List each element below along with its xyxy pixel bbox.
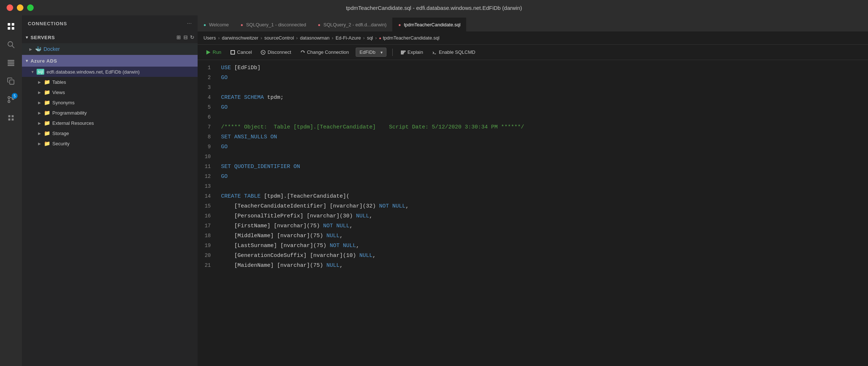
connection-item[interactable]: ▼ sql edfi.database.windows.net, EdFiDb … — [22, 67, 198, 77]
line-number: 4 — [198, 93, 218, 102]
line-content[interactable]: [FirstName] [nvarchar](75) NOT NULL, — [218, 221, 868, 231]
sidebar-item-extensions[interactable] — [3, 110, 19, 126]
breadcrumb-sourcecontrol[interactable]: sourceControl — [264, 35, 294, 41]
sidebar-item-git[interactable]: 5 — [3, 92, 19, 108]
storage-item[interactable]: ▶ 📁 Storage — [22, 128, 198, 138]
sidebar-item-connections[interactable] — [3, 18, 19, 34]
tab-bar: ● Welcome ● SQLQuery_1 - disconnected ● … — [198, 15, 868, 31]
database-select[interactable]: EdFiDb — [356, 48, 386, 57]
servers-section-header[interactable]: ▼ SERVERS ⊞ ⊟ ↻ — [22, 31, 198, 43]
breadcrumb-users[interactable]: Users — [203, 35, 216, 41]
line-content[interactable]: GO — [218, 142, 868, 152]
line-content[interactable]: CREATE SCHEMA tpdm; — [218, 93, 868, 102]
code-line-20: 20 [GenerationCodeSuffix] [nvarchar](10)… — [198, 251, 868, 261]
docker-server-item[interactable]: ▶ 🐳 Docker — [22, 43, 198, 55]
programmability-item[interactable]: ▶ 📁 Programmability — [22, 108, 198, 118]
sidebar-item-copy[interactable] — [3, 73, 19, 89]
welcome-tab-icon: ● — [203, 22, 206, 27]
change-connection-button[interactable]: Change Connection — [298, 48, 351, 56]
line-content[interactable]: [LastSurname] [nvarchar](75) NOT NULL, — [218, 241, 868, 251]
line-number: 8 — [198, 132, 218, 142]
minimize-button[interactable] — [17, 4, 23, 11]
sidebar-item-search[interactable] — [3, 37, 19, 53]
line-content[interactable] — [218, 113, 868, 122]
code-editor[interactable]: 1USE [EdFiDb]2GO3 4CREATE SCHEMA tpdm;5G… — [198, 60, 868, 366]
line-number: 14 — [198, 191, 218, 201]
line-content[interactable] — [218, 182, 868, 191]
run-button[interactable]: Run — [203, 48, 224, 56]
sidebar-actions: ··· — [187, 20, 192, 27]
sidebar-content: ▼ SERVERS ⊞ ⊟ ↻ ▶ 🐳 Docker ▼ Azure ADS — [22, 31, 198, 366]
tab-tpdm[interactable]: ● tpdmTeacherCandidate.sql — [392, 18, 466, 31]
line-number: 18 — [198, 231, 218, 240]
close-button[interactable] — [7, 4, 13, 11]
line-number: 20 — [198, 251, 218, 260]
tab-sqlquery1[interactable]: ● SQLQuery_1 - disconnected — [235, 18, 312, 31]
sidebar-item-tables[interactable] — [3, 55, 19, 71]
more-actions-button[interactable]: ··· — [187, 20, 192, 27]
disconnect-label: Disconnect — [267, 49, 291, 55]
breadcrumb: Users › darwinschweitzer › sourceControl… — [198, 31, 868, 45]
svg-marker-15 — [206, 50, 210, 55]
svg-rect-21 — [401, 53, 403, 54]
tab-welcome[interactable]: ● Welcome — [198, 18, 235, 31]
sqlquery1-tab-icon: ● — [240, 22, 243, 27]
line-content[interactable]: [MiddleName] [nvarchar](75) NULL, — [218, 231, 868, 241]
line-number: 11 — [198, 162, 218, 171]
disconnect-server-icon[interactable]: ⊟ — [183, 34, 188, 40]
git-badge: 5 — [12, 93, 18, 99]
line-content[interactable]: /***** Object: Table [tpdm].[TeacherCand… — [218, 123, 868, 132]
line-content[interactable]: GO — [218, 172, 868, 182]
explain-button[interactable]: Explain — [399, 48, 426, 56]
breadcrumb-sql[interactable]: sql — [367, 35, 373, 41]
svg-point-11 — [8, 97, 10, 99]
add-server-icon[interactable]: ⊞ — [176, 34, 181, 40]
code-line-2: 2GO — [198, 73, 868, 83]
line-content[interactable]: [TeacherCandidateIdentifier] [nvarchar](… — [218, 202, 868, 211]
line-number: 10 — [198, 152, 218, 161]
cancel-icon — [230, 50, 235, 55]
line-content[interactable]: SET ANSI_NULLS ON — [218, 132, 868, 142]
line-content[interactable]: CREATE TABLE [tpdm].[TeacherCandidate]( — [218, 192, 868, 201]
breadcrumb-edfi[interactable]: Ed-Fi-Azure — [336, 35, 361, 41]
window-controls — [7, 4, 34, 11]
views-item[interactable]: ▶ 📁 Views — [22, 87, 198, 97]
tab-sqlquery2[interactable]: ● SQLQuery_2 - edfi.d...darwin) — [312, 18, 393, 31]
cancel-button[interactable]: Cancel — [228, 48, 254, 56]
explain-icon — [401, 50, 406, 55]
sidebar: CONNECTIONS ··· ▼ SERVERS ⊞ ⊟ ↻ ▶ 🐳 Dock… — [22, 15, 198, 366]
line-number: 1 — [198, 63, 218, 72]
maximize-button[interactable] — [27, 4, 34, 11]
line-content[interactable]: [PersonalTitlePrefix] [nvarchar](30) NUL… — [218, 212, 868, 221]
tables-item[interactable]: ▶ 📁 Tables — [22, 77, 198, 87]
code-line-9: 9GO — [198, 142, 868, 152]
tab-tpdm-label: tpdmTeacherCandidate.sql — [404, 22, 461, 27]
security-item[interactable]: ▶ 📁 Security — [22, 138, 198, 149]
line-number: 9 — [198, 142, 218, 152]
change-connection-icon — [300, 50, 305, 55]
line-content[interactable]: [GenerationCodeSuffix] [nvarchar](10) NU… — [218, 251, 868, 261]
line-content[interactable]: USE [EdFiDb] — [218, 63, 868, 73]
line-content[interactable]: [MaidenName] [nvarchar](75) NULL, — [218, 261, 868, 270]
line-content[interactable]: SET QUOTED_IDENTIFIER ON — [218, 162, 868, 172]
code-line-13: 13 — [198, 182, 868, 191]
line-number: 16 — [198, 211, 218, 221]
refresh-server-icon[interactable]: ↻ — [190, 34, 195, 40]
disconnect-button[interactable]: Disconnect — [258, 48, 293, 56]
external-resources-item[interactable]: ▶ 📁 External Resources — [22, 118, 198, 128]
line-content[interactable]: GO — [218, 73, 868, 83]
storage-folder-icon: 📁 — [44, 130, 50, 136]
breadcrumb-sep-4: › — [332, 35, 333, 41]
svg-rect-6 — [8, 60, 14, 61]
change-connection-label: Change Connection — [307, 49, 349, 55]
breadcrumb-datasnowman[interactable]: datasnowman — [300, 35, 330, 41]
line-content[interactable]: GO — [218, 103, 868, 112]
svg-rect-19 — [401, 51, 405, 51]
azure-ads-header[interactable]: ▼ Azure ADS — [22, 55, 198, 67]
enable-sqlcmd-button[interactable]: Enable SQLCMD — [430, 48, 478, 56]
synonyms-item[interactable]: ▶ 📁 Synonyms — [22, 97, 198, 108]
breadcrumb-darwin[interactable]: darwinschweitzer — [222, 35, 258, 41]
line-content[interactable] — [218, 83, 868, 93]
db-icon: sql — [37, 69, 44, 75]
line-content[interactable] — [218, 152, 868, 162]
